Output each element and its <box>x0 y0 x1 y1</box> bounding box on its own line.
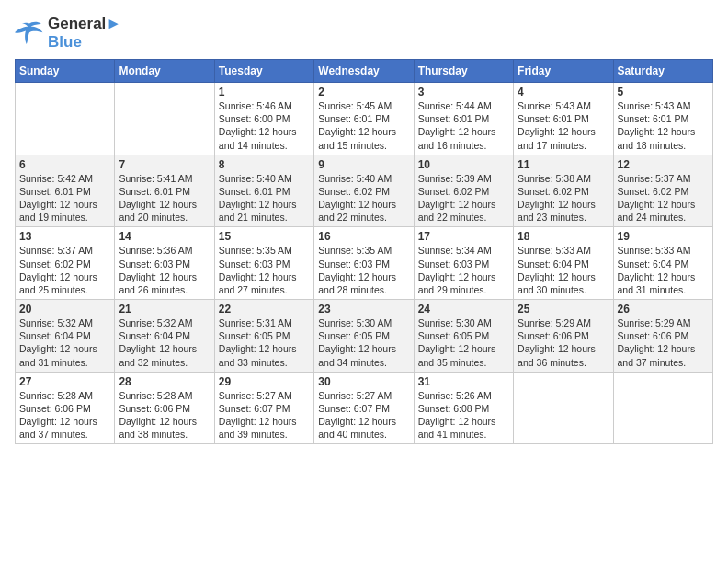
calendar-day-cell <box>115 83 214 155</box>
calendar-day-cell: 18Sunrise: 5:33 AM Sunset: 6:04 PM Dayli… <box>514 227 613 300</box>
calendar-day-cell: 23Sunrise: 5:30 AM Sunset: 6:05 PM Dayli… <box>314 300 414 373</box>
calendar-day-cell: 21Sunrise: 5:32 AM Sunset: 6:04 PM Dayli… <box>115 300 214 373</box>
day-number: 31 <box>418 375 509 388</box>
calendar-day-cell: 1Sunrise: 5:46 AM Sunset: 6:00 PM Daylig… <box>214 83 313 155</box>
day-number: 3 <box>418 86 509 98</box>
day-info: Sunrise: 5:28 AM Sunset: 6:06 PM Dayligh… <box>19 389 110 442</box>
calendar-day-cell: 8Sunrise: 5:40 AM Sunset: 6:01 PM Daylig… <box>214 155 313 227</box>
day-number: 8 <box>219 158 310 171</box>
calendar-day-cell: 13Sunrise: 5:37 AM Sunset: 6:02 PM Dayli… <box>16 227 115 300</box>
logo-bird-icon <box>15 20 44 46</box>
day-number: 27 <box>19 375 110 388</box>
day-number: 13 <box>19 230 110 243</box>
day-info: Sunrise: 5:40 AM Sunset: 6:02 PM Dayligh… <box>318 172 409 224</box>
calendar-week-row: 27Sunrise: 5:28 AM Sunset: 6:06 PM Dayli… <box>16 372 713 444</box>
day-of-week-header: Thursday <box>414 60 513 83</box>
day-info: Sunrise: 5:35 AM Sunset: 6:03 PM Dayligh… <box>318 244 409 296</box>
calendar-day-cell: 19Sunrise: 5:33 AM Sunset: 6:04 PM Dayli… <box>613 227 712 300</box>
page-header: General► Blue <box>15 15 713 52</box>
day-of-week-header: Monday <box>115 60 214 83</box>
day-of-week-header: Friday <box>514 60 613 83</box>
calendar-day-cell <box>514 372 613 444</box>
calendar-day-cell: 12Sunrise: 5:37 AM Sunset: 6:02 PM Dayli… <box>613 155 712 227</box>
calendar-day-cell: 25Sunrise: 5:29 AM Sunset: 6:06 PM Dayli… <box>514 300 613 373</box>
day-info: Sunrise: 5:44 AM Sunset: 6:01 PM Dayligh… <box>418 99 509 152</box>
calendar-day-cell: 17Sunrise: 5:34 AM Sunset: 6:03 PM Dayli… <box>414 227 513 300</box>
day-number: 15 <box>219 230 310 243</box>
calendar-day-cell: 2Sunrise: 5:45 AM Sunset: 6:01 PM Daylig… <box>314 83 414 155</box>
day-info: Sunrise: 5:40 AM Sunset: 6:01 PM Dayligh… <box>219 172 310 224</box>
day-number: 5 <box>618 86 709 98</box>
calendar-day-cell <box>613 372 712 444</box>
calendar-day-cell <box>16 83 115 155</box>
day-number: 14 <box>119 230 210 243</box>
calendar-day-cell: 31Sunrise: 5:26 AM Sunset: 6:08 PM Dayli… <box>414 372 513 444</box>
day-of-week-header: Sunday <box>16 60 115 83</box>
day-number: 25 <box>518 303 609 316</box>
day-number: 11 <box>518 158 609 171</box>
day-info: Sunrise: 5:41 AM Sunset: 6:01 PM Dayligh… <box>119 172 210 224</box>
calendar-day-cell: 14Sunrise: 5:36 AM Sunset: 6:03 PM Dayli… <box>115 227 214 300</box>
calendar-week-row: 20Sunrise: 5:32 AM Sunset: 6:04 PM Dayli… <box>16 300 713 373</box>
logo-text: General► Blue <box>48 15 121 52</box>
day-info: Sunrise: 5:26 AM Sunset: 6:08 PM Dayligh… <box>418 389 509 442</box>
day-number: 21 <box>119 303 210 316</box>
day-info: Sunrise: 5:35 AM Sunset: 6:03 PM Dayligh… <box>219 244 310 296</box>
day-info: Sunrise: 5:39 AM Sunset: 6:02 PM Dayligh… <box>418 172 509 224</box>
day-info: Sunrise: 5:30 AM Sunset: 6:05 PM Dayligh… <box>418 316 509 369</box>
calendar-day-cell: 4Sunrise: 5:43 AM Sunset: 6:01 PM Daylig… <box>514 83 613 155</box>
calendar-day-cell: 22Sunrise: 5:31 AM Sunset: 6:05 PM Dayli… <box>214 300 313 373</box>
calendar-day-cell: 10Sunrise: 5:39 AM Sunset: 6:02 PM Dayli… <box>414 155 513 227</box>
day-number: 23 <box>318 303 409 316</box>
calendar-day-cell: 27Sunrise: 5:28 AM Sunset: 6:06 PM Dayli… <box>16 372 115 444</box>
day-info: Sunrise: 5:27 AM Sunset: 6:07 PM Dayligh… <box>318 389 409 442</box>
day-info: Sunrise: 5:31 AM Sunset: 6:05 PM Dayligh… <box>219 316 310 369</box>
day-number: 19 <box>618 230 709 243</box>
day-info: Sunrise: 5:43 AM Sunset: 6:01 PM Dayligh… <box>518 99 609 152</box>
day-of-week-header: Tuesday <box>214 60 313 83</box>
calendar-table: SundayMondayTuesdayWednesdayThursdayFrid… <box>15 59 713 444</box>
calendar-day-cell: 29Sunrise: 5:27 AM Sunset: 6:07 PM Dayli… <box>214 372 313 444</box>
day-info: Sunrise: 5:32 AM Sunset: 6:04 PM Dayligh… <box>119 316 210 369</box>
calendar-day-cell: 16Sunrise: 5:35 AM Sunset: 6:03 PM Dayli… <box>314 227 414 300</box>
calendar-day-cell: 9Sunrise: 5:40 AM Sunset: 6:02 PM Daylig… <box>314 155 414 227</box>
day-number: 20 <box>19 303 110 316</box>
calendar-week-row: 13Sunrise: 5:37 AM Sunset: 6:02 PM Dayli… <box>16 227 713 300</box>
calendar-day-cell: 3Sunrise: 5:44 AM Sunset: 6:01 PM Daylig… <box>414 83 513 155</box>
day-info: Sunrise: 5:29 AM Sunset: 6:06 PM Dayligh… <box>618 316 709 369</box>
day-info: Sunrise: 5:27 AM Sunset: 6:07 PM Dayligh… <box>219 389 310 442</box>
calendar-day-cell: 6Sunrise: 5:42 AM Sunset: 6:01 PM Daylig… <box>16 155 115 227</box>
calendar-header-row: SundayMondayTuesdayWednesdayThursdayFrid… <box>16 60 713 83</box>
calendar-day-cell: 30Sunrise: 5:27 AM Sunset: 6:07 PM Dayli… <box>314 372 414 444</box>
calendar-day-cell: 20Sunrise: 5:32 AM Sunset: 6:04 PM Dayli… <box>16 300 115 373</box>
day-number: 24 <box>418 303 509 316</box>
day-info: Sunrise: 5:37 AM Sunset: 6:02 PM Dayligh… <box>19 244 110 296</box>
day-info: Sunrise: 5:45 AM Sunset: 6:01 PM Dayligh… <box>318 99 409 152</box>
day-info: Sunrise: 5:32 AM Sunset: 6:04 PM Dayligh… <box>19 316 110 369</box>
day-of-week-header: Saturday <box>613 60 712 83</box>
calendar-week-row: 6Sunrise: 5:42 AM Sunset: 6:01 PM Daylig… <box>16 155 713 227</box>
day-info: Sunrise: 5:43 AM Sunset: 6:01 PM Dayligh… <box>618 99 709 152</box>
day-of-week-header: Wednesday <box>314 60 414 83</box>
day-info: Sunrise: 5:33 AM Sunset: 6:04 PM Dayligh… <box>518 244 609 296</box>
day-number: 28 <box>119 375 210 388</box>
calendar-day-cell: 11Sunrise: 5:38 AM Sunset: 6:02 PM Dayli… <box>514 155 613 227</box>
day-info: Sunrise: 5:30 AM Sunset: 6:05 PM Dayligh… <box>318 316 409 369</box>
day-number: 30 <box>318 375 409 388</box>
day-info: Sunrise: 5:38 AM Sunset: 6:02 PM Dayligh… <box>518 172 609 224</box>
day-number: 7 <box>119 158 210 171</box>
day-info: Sunrise: 5:36 AM Sunset: 6:03 PM Dayligh… <box>119 244 210 296</box>
day-number: 1 <box>219 86 310 98</box>
day-info: Sunrise: 5:37 AM Sunset: 6:02 PM Dayligh… <box>618 172 709 224</box>
day-number: 22 <box>219 303 310 316</box>
day-number: 16 <box>318 230 409 243</box>
day-info: Sunrise: 5:33 AM Sunset: 6:04 PM Dayligh… <box>618 244 709 296</box>
logo: General► Blue <box>15 15 121 52</box>
calendar-day-cell: 26Sunrise: 5:29 AM Sunset: 6:06 PM Dayli… <box>613 300 712 373</box>
calendar-day-cell: 7Sunrise: 5:41 AM Sunset: 6:01 PM Daylig… <box>115 155 214 227</box>
calendar-day-cell: 5Sunrise: 5:43 AM Sunset: 6:01 PM Daylig… <box>613 83 712 155</box>
day-number: 6 <box>19 158 110 171</box>
day-info: Sunrise: 5:28 AM Sunset: 6:06 PM Dayligh… <box>119 389 210 442</box>
day-number: 12 <box>618 158 709 171</box>
day-number: 29 <box>219 375 310 388</box>
